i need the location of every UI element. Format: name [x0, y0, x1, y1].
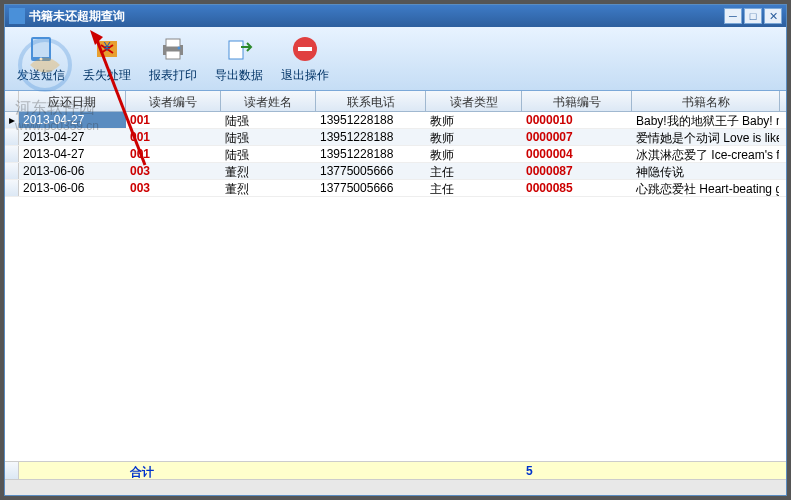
lost-handle-button[interactable]: ¥ 丢失处理 — [75, 29, 139, 88]
cell-book-id: 0000085 — [522, 180, 632, 196]
exit-button[interactable]: 退出操作 — [273, 29, 337, 88]
col-reader-id[interactable]: 读者编号 — [126, 91, 221, 111]
col-book-id[interactable]: 书籍编号 — [522, 91, 632, 111]
col-phone[interactable]: 联系电话 — [316, 91, 426, 111]
footer-indicator — [5, 462, 19, 479]
close-button[interactable]: ✕ — [764, 8, 782, 24]
window-controls: ─ □ ✕ — [724, 8, 782, 24]
cell-book-name: Baby!我的地狱王子 Baby! my he — [632, 112, 780, 128]
cell-reader-id: 001 — [126, 129, 221, 145]
cell-book-name: 冰淇淋恋爱了 Ice-cream's fall — [632, 146, 780, 162]
window-title: 书籍未还超期查询 — [29, 8, 724, 25]
cell-reader-name: 董烈 — [221, 163, 316, 179]
row-indicator — [5, 163, 19, 179]
cell-reader-type: 教师 — [426, 129, 522, 145]
cell-reader-type: 主任 — [426, 180, 522, 196]
table-row[interactable]: 2013-04-27 001 陆强 13951228188 教师 0000004… — [5, 146, 786, 163]
table-row[interactable]: 2013-06-06 003 董烈 13775005666 主任 0000087… — [5, 163, 786, 180]
cell-book-id: 0000004 — [522, 146, 632, 162]
cell-reader-name: 陆强 — [221, 112, 316, 128]
table-row[interactable]: ▸ 2013-04-27 001 陆强 13951228188 教师 00000… — [5, 112, 786, 129]
horizontal-scrollbar[interactable] — [5, 479, 786, 495]
cell-reader-id: 003 — [126, 180, 221, 196]
col-reader-type[interactable]: 读者类型 — [426, 91, 522, 111]
cell-date: 2013-04-27 — [19, 112, 126, 128]
sms-label: 发送短信 — [17, 67, 65, 84]
svg-rect-11 — [298, 47, 312, 51]
table-row[interactable]: 2013-06-06 003 董烈 13775005666 主任 0000085… — [5, 180, 786, 197]
cell-reader-name: 陆强 — [221, 129, 316, 145]
cell-date: 2013-06-06 — [19, 180, 126, 196]
exit-label: 退出操作 — [281, 67, 329, 84]
footer-empty — [221, 462, 316, 479]
grid-body[interactable]: ▸ 2013-04-27 001 陆强 13951228188 教师 00000… — [5, 112, 786, 461]
cell-phone: 13775005666 — [316, 180, 426, 196]
cell-book-id: 0000010 — [522, 112, 632, 128]
cell-reader-id: 001 — [126, 146, 221, 162]
svg-point-8 — [178, 47, 181, 50]
cell-reader-id: 001 — [126, 112, 221, 128]
col-reader-name[interactable]: 读者姓名 — [221, 91, 316, 111]
footer-empty — [426, 462, 522, 479]
cell-date: 2013-04-27 — [19, 146, 126, 162]
cell-date: 2013-06-06 — [19, 163, 126, 179]
cell-reader-name: 董烈 — [221, 180, 316, 196]
row-indicator — [5, 180, 19, 196]
svg-rect-7 — [166, 51, 180, 59]
cell-reader-type: 教师 — [426, 112, 522, 128]
send-sms-button[interactable]: 发送短信 — [9, 29, 73, 88]
table-row[interactable]: 2013-04-27 001 陆强 13951228188 教师 0000007… — [5, 129, 786, 146]
cell-book-name: 心跳恋爱社 Heart-beating grou — [632, 180, 780, 196]
cell-phone: 13951228188 — [316, 112, 426, 128]
minimize-button[interactable]: ─ — [724, 8, 742, 24]
svg-rect-1 — [33, 39, 49, 57]
svg-rect-9 — [229, 41, 243, 59]
cell-reader-type: 主任 — [426, 163, 522, 179]
cell-date: 2013-04-27 — [19, 129, 126, 145]
export-label: 导出数据 — [215, 67, 263, 84]
print-report-button[interactable]: 报表打印 — [141, 29, 205, 88]
svg-text:¥: ¥ — [103, 40, 111, 54]
row-indicator — [5, 129, 19, 145]
row-indicator: ▸ — [5, 112, 19, 128]
footer-count: 5 — [522, 462, 632, 479]
maximize-button[interactable]: □ — [744, 8, 762, 24]
grid-header: 应还日期 读者编号 读者姓名 联系电话 读者类型 书籍编号 书籍名称 — [5, 91, 786, 112]
cell-book-name: 神隐传说 — [632, 163, 780, 179]
lost-label: 丢失处理 — [83, 67, 131, 84]
cell-reader-type: 教师 — [426, 146, 522, 162]
footer-total-label: 合计 — [126, 462, 221, 479]
app-icon — [9, 8, 25, 24]
cell-phone: 13775005666 — [316, 163, 426, 179]
row-indicator — [5, 146, 19, 162]
cell-book-id: 0000007 — [522, 129, 632, 145]
titlebar[interactable]: 书籍未还超期查询 ─ □ ✕ — [5, 5, 786, 27]
data-grid: 应还日期 读者编号 读者姓名 联系电话 读者类型 书籍编号 书籍名称 ▸ 201… — [5, 91, 786, 495]
col-book-name[interactable]: 书籍名称 — [632, 91, 780, 111]
lost-icon: ¥ — [91, 33, 123, 65]
footer-date — [19, 462, 126, 479]
main-window: 书籍未还超期查询 ─ □ ✕ 发送短信 ¥ 丢失处理 报表打印 — [4, 4, 787, 496]
cell-reader-name: 陆强 — [221, 146, 316, 162]
footer-empty — [316, 462, 426, 479]
export-icon — [223, 33, 255, 65]
cell-phone: 13951228188 — [316, 146, 426, 162]
cell-phone: 13951228188 — [316, 129, 426, 145]
grid-footer: 合计 5 — [5, 461, 786, 479]
col-date[interactable]: 应还日期 — [19, 91, 126, 111]
cell-reader-id: 003 — [126, 163, 221, 179]
row-indicator-header — [5, 91, 19, 111]
cell-book-id: 0000087 — [522, 163, 632, 179]
svg-point-2 — [40, 58, 43, 61]
toolbar: 发送短信 ¥ 丢失处理 报表打印 导出数据 退出操作 — [5, 27, 786, 91]
sms-icon — [25, 33, 57, 65]
exit-icon — [289, 33, 321, 65]
export-data-button[interactable]: 导出数据 — [207, 29, 271, 88]
svg-rect-6 — [166, 39, 180, 47]
cell-book-name: 爱情她是个动词 Love is like a — [632, 129, 780, 145]
footer-empty — [632, 462, 780, 479]
print-label: 报表打印 — [149, 67, 197, 84]
print-icon — [157, 33, 189, 65]
